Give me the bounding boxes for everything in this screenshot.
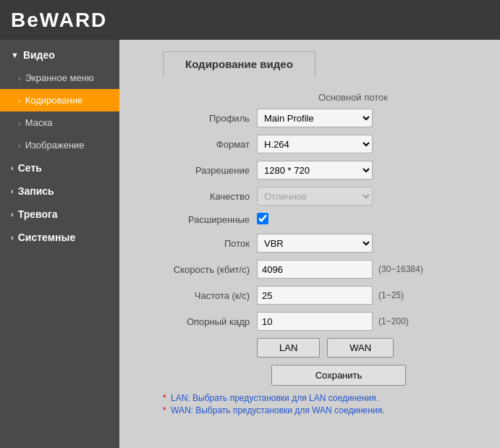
header: BeWARD [0, 0, 500, 40]
wan-button[interactable]: WAN [327, 338, 394, 358]
bitrate-hint: (30~16384) [378, 264, 423, 274]
profile-row: Профиль Baseline Profile Main Profile Hi… [141, 109, 478, 127]
video-arrow-icon: ▼ [11, 51, 19, 59]
alarm-arrow-icon: › [11, 210, 14, 219]
profile-label: Профиль [141, 113, 250, 124]
sidebar-item-encoding[interactable]: › Кодирование [0, 89, 119, 111]
format-row: Формат H.264 H.265 MJPEG [141, 135, 478, 153]
star-icon-lan: * [163, 393, 166, 403]
save-row: Сохранить [199, 365, 478, 386]
bitrate-input[interactable]: 4096 [257, 260, 373, 279]
stream-type-label: Поток [141, 238, 250, 249]
fps-row: Частота (к/с) 25 (1~25) [141, 286, 478, 305]
bitrate-label: Скорость (кбит/с) [141, 264, 250, 275]
keyframe-label: Опорный кадр [141, 316, 250, 327]
sidebar-item-video[interactable]: ▼ Видео [0, 43, 119, 67]
lan-wan-row: LAN WAN [257, 338, 478, 358]
format-control: H.264 H.265 MJPEG [257, 135, 373, 153]
content-area: Кодирование видео Основной поток Профиль… [119, 40, 500, 448]
star-icon-wan: * [163, 405, 166, 415]
sidebar-item-record[interactable]: › Запись [0, 179, 119, 203]
stream-label: Основной поток [228, 92, 478, 103]
sidebar-item-image[interactable]: › Изображение [0, 134, 119, 156]
mask-arrow-icon: › [18, 119, 21, 127]
sidebar-item-network[interactable]: › Сеть [0, 156, 119, 179]
resolution-control: 1920 * 1080 1280 * 720 640 * 480 [257, 161, 373, 179]
fps-hint: (1~25) [378, 290, 404, 300]
profile-control: Baseline Profile Main Profile High Profi… [257, 109, 373, 127]
footnote-lan: * LAN: Выбрать предустановки для LAN сое… [163, 393, 478, 403]
advanced-checkbox[interactable] [257, 213, 268, 224]
record-arrow-icon: › [11, 187, 14, 195]
stream-row: Поток VBR CBR [141, 234, 478, 253]
keyframe-hint: (1~200) [378, 316, 409, 326]
fps-input[interactable]: 25 [257, 286, 373, 305]
keyframe-input[interactable]: 10 [257, 312, 373, 331]
network-arrow-icon: › [11, 164, 14, 172]
format-label: Формат [141, 139, 250, 150]
quality-label: Качество [141, 191, 250, 202]
fps-label: Частота (к/с) [141, 290, 250, 301]
tab-encoding[interactable]: Кодирование видео [163, 51, 315, 77]
encoding-arrow-icon: › [18, 96, 21, 105]
sidebar-item-alarm[interactable]: › Тревога [0, 203, 119, 226]
logo: BeWARD [11, 9, 107, 32]
footnote-wan: * WAN: Выбрать предустановки для WAN сое… [163, 405, 478, 415]
advanced-row: Расширенные [141, 213, 478, 227]
system-arrow-icon: › [11, 233, 14, 242]
format-select[interactable]: H.264 H.265 MJPEG [257, 135, 373, 153]
keyframe-row: Опорный кадр 10 (1~200) [141, 312, 478, 331]
stream-select[interactable]: VBR CBR [257, 234, 373, 253]
save-button[interactable]: Сохранить [271, 365, 407, 386]
lan-button[interactable]: LAN [257, 338, 320, 358]
sidebar-item-mask[interactable]: › Маска [0, 111, 119, 134]
advanced-control [257, 213, 268, 227]
quality-control: Отличное [257, 187, 373, 206]
sidebar: ▼ Видео › Экранное меню › Кодирование › … [0, 40, 119, 448]
quality-select[interactable]: Отличное [257, 187, 373, 206]
sidebar-item-osd[interactable]: › Экранное меню [0, 67, 119, 89]
advanced-label: Расширенные [141, 214, 250, 225]
bitrate-control: 4096 [257, 260, 373, 279]
image-arrow-icon: › [18, 141, 21, 150]
form-area: Основной поток Профиль Baseline Profile … [119, 77, 500, 432]
profile-select[interactable]: Baseline Profile Main Profile High Profi… [257, 109, 373, 127]
stream-control: VBR CBR [257, 234, 373, 253]
resolution-select[interactable]: 1920 * 1080 1280 * 720 640 * 480 [257, 161, 373, 179]
resolution-row: Разрешение 1920 * 1080 1280 * 720 640 * … [141, 161, 478, 179]
main-layout: ▼ Видео › Экранное меню › Кодирование › … [0, 40, 500, 448]
sidebar-item-system[interactable]: › Системные [0, 226, 119, 249]
fps-control: 25 [257, 286, 373, 305]
quality-row: Качество Отличное [141, 187, 478, 206]
footnotes: * LAN: Выбрать предустановки для LAN сое… [163, 393, 478, 415]
osd-arrow-icon: › [18, 74, 21, 83]
resolution-label: Разрешение [141, 165, 250, 176]
keyframe-control: 10 [257, 312, 373, 331]
bitrate-row: Скорость (кбит/с) 4096 (30~16384) [141, 260, 478, 279]
